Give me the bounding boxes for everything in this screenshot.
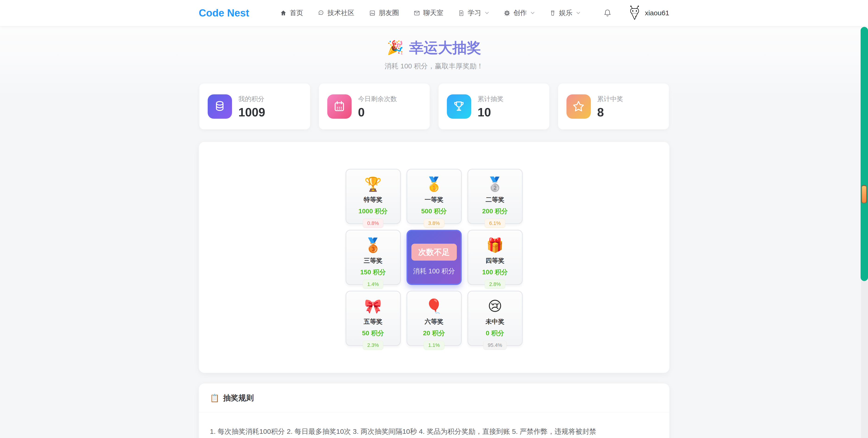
nav-item-fun[interactable]: 娱乐 [549,8,580,18]
page-subtitle: 消耗 100 积分，赢取丰厚奖励！ [0,61,868,71]
username-label[interactable]: xiaou61 [645,9,669,17]
nav-item-study[interactable]: 学习 [458,8,489,18]
prize-points: 0 积分 [486,329,504,338]
stat-card-remaining-draws: 今日剩余次数 0 [319,84,430,129]
scrollbar-thumb[interactable] [861,27,868,281]
probability-badge: 1.4% [363,280,383,289]
prize-cell-fourth: 🎁 四等奖 100 积分 2.8% [467,230,523,285]
stat-card-total-wins: 累计中奖 8 [558,84,669,129]
nav-item-create[interactable]: 创作 [503,8,535,18]
speech-bubble-icon [317,9,325,17]
stat-label: 累计中奖 [597,95,623,104]
prize-name: 特等奖 [364,196,382,204]
nav-item-label: 娱乐 [559,8,572,18]
nav-item-label: 聊天室 [423,8,443,18]
nav-item-label: 技术社区 [328,8,354,18]
coins-icon [208,94,232,119]
draw-status-label: 次数不足 [411,244,457,261]
prize-name: 未中奖 [486,317,504,326]
nav-item-chatroom[interactable]: 聊天室 [413,8,443,18]
nav-item-label: 朋友圈 [379,8,399,18]
ribbon-emoji-icon: 🎀 [364,298,382,315]
main-nav: 首页 技术社区 朋友圈 [280,8,580,18]
prize-cell-second: 🥈 二等奖 200 积分 6.1% [467,169,523,224]
nav-item-label: 学习 [468,8,481,18]
rules-title: 抽奖规则 [223,393,254,403]
prize-cell-third: 🥉 三等奖 150 积分 1.4% [346,230,401,285]
probability-badge: 6.1% [485,218,505,228]
prize-points: 100 积分 [482,268,508,276]
gear-icon [503,9,510,17]
probability-badge: 95.4% [483,341,506,350]
prize-points: 500 积分 [421,207,447,216]
nav-item-label: 首页 [290,8,303,18]
prize-name: 六等奖 [425,317,443,326]
probability-badge: 0.8% [363,218,383,228]
home-icon [280,9,287,17]
stats-row: 我的积分 1009 今日剩余次数 0 [199,84,669,129]
page-title: 🎉 幸运大抽奖 [387,39,481,56]
clipboard-emoji-icon: 📋 [210,393,219,403]
stat-card-total-draws: 累计抽奖 10 [438,84,549,129]
prize-points: 20 积分 [423,329,445,338]
stat-value: 0 [358,106,397,118]
prize-cell-fifth: 🎀 五等奖 50 积分 2.3% [346,291,401,346]
draw-cost-label: 消耗 100 积分 [413,267,455,276]
nav-item-label: 创作 [514,8,527,18]
stat-value: 10 [478,106,504,118]
chevron-down-icon [485,11,489,14]
silver-medal-emoji-icon: 🥈 [486,176,504,193]
prize-name: 一等奖 [425,196,443,204]
draw-button[interactable]: 次数不足 消耗 100 积分 [406,230,462,285]
bell-icon [603,9,612,17]
rules-header: 📋 抽奖规则 [199,383,670,412]
nav-item-home[interactable]: 首页 [280,8,303,18]
chevron-down-icon [576,11,580,14]
chevron-down-icon [530,11,535,14]
nav-item-community[interactable]: 技术社区 [317,8,354,18]
stat-label: 我的积分 [239,95,266,104]
gold-medal-emoji-icon: 🥇 [425,176,443,193]
prize-cell-sixth: 🎈 六等奖 20 积分 1.1% [406,291,462,346]
user-avatar[interactable] [628,6,641,21]
balloon-emoji-icon: 🎈 [425,298,443,315]
party-popper-icon: 🎉 [387,40,404,55]
stat-card-my-points: 我的积分 1009 [199,84,310,129]
prize-cell-grand: 🏆 特等奖 1000 积分 0.8% [346,169,401,224]
probability-badge: 2.8% [485,280,505,289]
page-title-text: 幸运大抽奖 [409,39,481,56]
trophy-emoji-icon: 🏆 [364,176,382,193]
rules-text: 1. 每次抽奖消耗100积分 2. 每日最多抽奖10次 3. 两次抽奖间隔10秒… [199,412,670,438]
prize-name: 四等奖 [486,257,504,265]
lottery-grid: 🏆 特等奖 1000 积分 0.8% 🥇 一等奖 500 积分 3.8% 🥈 二… [346,169,523,346]
top-navbar: Code Nest 首页 技术社区 [0,0,868,26]
probability-badge: 3.8% [424,218,444,228]
prize-name: 三等奖 [364,257,382,265]
nav-item-moments[interactable]: 朋友圈 [369,8,399,18]
stat-value: 1009 [239,106,266,118]
prize-cell-no-win: 😢 未中奖 0 积分 95.4% [467,291,523,346]
hero-section: 🎉 幸运大抽奖 消耗 100 积分，赢取丰厚奖励！ [0,26,868,71]
crying-face-emoji-icon: 😢 [488,298,502,315]
prize-name: 二等奖 [486,196,504,204]
notifications-button[interactable] [603,9,612,17]
gift-emoji-icon: 🎁 [486,237,504,254]
scrollbar-marker[interactable] [861,185,867,204]
trophy-icon [447,94,471,119]
prize-name: 五等奖 [364,317,382,326]
prize-points: 50 积分 [362,329,384,338]
app-logo[interactable]: Code Nest [199,7,249,19]
cup-icon [549,9,556,17]
stat-value: 8 [597,106,623,118]
probability-badge: 1.1% [424,341,444,350]
bronze-medal-emoji-icon: 🥉 [364,237,382,254]
stat-label: 今日剩余次数 [358,95,397,104]
probability-badge: 2.3% [363,341,383,350]
scrollbar-track[interactable] [861,281,868,438]
prize-points: 1000 积分 [358,207,388,216]
lottery-panel: 🏆 特等奖 1000 积分 0.8% 🥇 一等奖 500 积分 3.8% 🥈 二… [199,142,670,373]
rules-card: 📋 抽奖规则 1. 每次抽奖消耗100积分 2. 每日最多抽奖10次 3. 两次… [199,383,670,438]
prize-points: 150 积分 [360,268,386,276]
document-icon [458,9,465,17]
star-icon [566,94,591,119]
